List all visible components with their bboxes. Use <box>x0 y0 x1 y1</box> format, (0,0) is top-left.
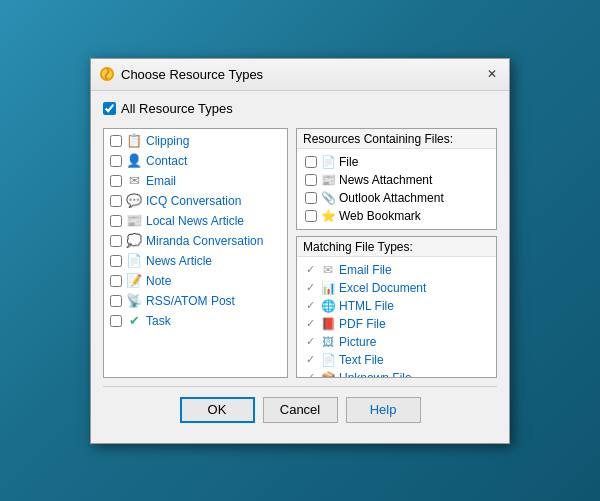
text-icon: 📄 <box>321 353 335 367</box>
match-label-picture[interactable]: Picture <box>339 335 376 349</box>
match-check-email-file: ✓ <box>303 263 317 277</box>
matching-file-types-panel: Matching File Types: ✓ ✉ Email File ✓ 📊 … <box>296 236 497 378</box>
file-icon: 📄 <box>321 155 335 169</box>
list-item[interactable]: ✓ 📊 Excel Document <box>301 279 492 297</box>
resource-checkbox-email[interactable] <box>110 175 122 187</box>
resource-checkbox-task[interactable] <box>110 315 122 327</box>
list-item[interactable]: 💬 ICQ Conversation <box>104 191 287 211</box>
match-label-text[interactable]: Text File <box>339 353 384 367</box>
title-bar: Choose Resource Types ✕ <box>91 59 509 91</box>
list-item[interactable]: 📎 Outlook Attachment <box>303 189 490 207</box>
resource-name-contact[interactable]: Contact <box>146 154 187 168</box>
list-item[interactable]: 💭 Miranda Conversation <box>104 231 287 251</box>
two-col-layout: 📋 Clipping 👤 Contact ✉ Email 💬 ICQ Conve… <box>103 128 497 378</box>
match-check-html: ✓ <box>303 299 317 313</box>
list-item[interactable]: 👤 Contact <box>104 151 287 171</box>
list-item[interactable]: 📋 Clipping <box>104 131 287 151</box>
match-label-pdf[interactable]: PDF File <box>339 317 386 331</box>
list-item[interactable]: 📄 News Article <box>104 251 287 271</box>
web-bookmark-icon: ⭐ <box>321 209 335 223</box>
resource-checkbox-news[interactable] <box>110 255 122 267</box>
containing-checkbox-web-bookmark[interactable] <box>305 210 317 222</box>
match-label-html[interactable]: HTML File <box>339 299 394 313</box>
list-item[interactable]: ✔ Task <box>104 311 287 331</box>
close-button[interactable]: ✕ <box>483 65 501 83</box>
dialog-icon <box>99 66 115 82</box>
icq-icon: 💬 <box>126 193 142 209</box>
list-item[interactable]: 📰 Local News Article <box>104 211 287 231</box>
matching-file-types-label: Matching File Types: <box>297 237 496 257</box>
all-resources-row: All Resource Types <box>103 101 497 116</box>
resource-name-news[interactable]: News Article <box>146 254 212 268</box>
help-button[interactable]: Help <box>346 397 421 423</box>
containing-checkbox-outlook-attachment[interactable] <box>305 192 317 204</box>
ok-button[interactable]: OK <box>180 397 255 423</box>
excel-icon: 📊 <box>321 281 335 295</box>
resource-name-rss[interactable]: RSS/ATOM Post <box>146 294 235 308</box>
list-item[interactable]: 📝 Note <box>104 271 287 291</box>
resource-types-list[interactable]: 📋 Clipping 👤 Contact ✉ Email 💬 ICQ Conve… <box>103 128 288 378</box>
containing-label-news-attachment: News Attachment <box>339 173 432 187</box>
resource-name-email[interactable]: Email <box>146 174 176 188</box>
list-item[interactable]: ✓ 📄 Text File <box>301 351 492 369</box>
resource-checkbox-note[interactable] <box>110 275 122 287</box>
resource-name-miranda[interactable]: Miranda Conversation <box>146 234 263 248</box>
choose-resource-types-dialog: Choose Resource Types ✕ All Resource Typ… <box>90 58 510 444</box>
task-icon: ✔ <box>126 313 142 329</box>
dialog-body: All Resource Types 📋 Clipping 👤 Contact … <box>91 91 509 443</box>
note-icon: 📝 <box>126 273 142 289</box>
local-news-icon: 📰 <box>126 213 142 229</box>
miranda-icon: 💭 <box>126 233 142 249</box>
list-item[interactable]: ✓ 📦 Unknown File <box>301 369 492 377</box>
resource-name-local-news[interactable]: Local News Article <box>146 214 244 228</box>
html-icon: 🌐 <box>321 299 335 313</box>
match-check-text: ✓ <box>303 353 317 367</box>
resource-checkbox-local-news[interactable] <box>110 215 122 227</box>
list-item[interactable]: ✓ 📕 PDF File <box>301 315 492 333</box>
match-check-excel: ✓ <box>303 281 317 295</box>
news-icon: 📄 <box>126 253 142 269</box>
cancel-button[interactable]: Cancel <box>263 397 338 423</box>
containing-checkbox-news-attachment[interactable] <box>305 174 317 186</box>
containing-checkbox-file[interactable] <box>305 156 317 168</box>
containing-label-outlook-attachment: Outlook Attachment <box>339 191 444 205</box>
matching-file-types-content[interactable]: ✓ ✉ Email File ✓ 📊 Excel Document ✓ 🌐 HT… <box>297 257 496 377</box>
resource-checkbox-icq[interactable] <box>110 195 122 207</box>
resource-name-task[interactable]: Task <box>146 314 171 328</box>
outlook-attachment-icon: 📎 <box>321 191 335 205</box>
resource-name-icq[interactable]: ICQ Conversation <box>146 194 241 208</box>
right-panel: Resources Containing Files: 📄 File 📰 New… <box>296 128 497 378</box>
rss-icon: 📡 <box>126 293 142 309</box>
match-check-picture: ✓ <box>303 335 317 349</box>
list-item[interactable]: 📡 RSS/ATOM Post <box>104 291 287 311</box>
all-resources-checkbox[interactable] <box>103 102 116 115</box>
list-item[interactable]: 📰 News Attachment <box>303 171 490 189</box>
news-attachment-icon: 📰 <box>321 173 335 187</box>
list-item[interactable]: ✉ Email <box>104 171 287 191</box>
list-item[interactable]: 📄 File <box>303 153 490 171</box>
resources-containing-label: Resources Containing Files: <box>297 129 496 149</box>
match-label-excel[interactable]: Excel Document <box>339 281 426 295</box>
clipping-icon: 📋 <box>126 133 142 149</box>
containing-label-web-bookmark: Web Bookmark <box>339 209 421 223</box>
list-item[interactable]: ✓ 🖼 Picture <box>301 333 492 351</box>
list-item[interactable]: ✓ 🌐 HTML File <box>301 297 492 315</box>
list-item[interactable]: ✓ ✉ Email File <box>301 261 492 279</box>
resource-checkbox-miranda[interactable] <box>110 235 122 247</box>
email-file-icon: ✉ <box>321 263 335 277</box>
resource-name-note[interactable]: Note <box>146 274 171 288</box>
resource-checkbox-clipping[interactable] <box>110 135 122 147</box>
containing-label-file: File <box>339 155 358 169</box>
resource-checkbox-contact[interactable] <box>110 155 122 167</box>
resource-checkbox-rss[interactable] <box>110 295 122 307</box>
match-label-unknown[interactable]: Unknown File <box>339 371 412 377</box>
list-item[interactable]: ⭐ Web Bookmark <box>303 207 490 225</box>
match-check-unknown: ✓ <box>303 371 317 377</box>
all-resources-label: All Resource Types <box>121 101 233 116</box>
resources-containing-panel: Resources Containing Files: 📄 File 📰 New… <box>296 128 497 230</box>
resource-name-clipping[interactable]: Clipping <box>146 134 189 148</box>
resources-containing-content: 📄 File 📰 News Attachment 📎 Outlook Attac… <box>297 149 496 229</box>
match-check-pdf: ✓ <box>303 317 317 331</box>
match-label-email-file[interactable]: Email File <box>339 263 392 277</box>
button-row: OK Cancel Help <box>103 386 497 433</box>
